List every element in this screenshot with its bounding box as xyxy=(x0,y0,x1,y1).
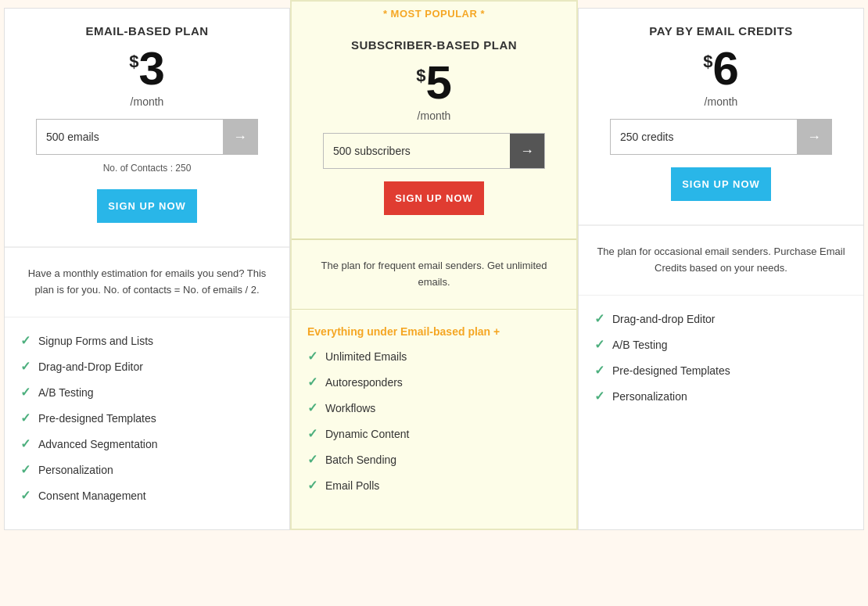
check-icon-email-based-1: ✓ xyxy=(20,359,30,374)
check-icon-subscriber-based-3: ✓ xyxy=(307,426,317,441)
feature-item-email-based-3: ✓ Pre-designed Templates xyxy=(20,411,274,425)
feature-item-subscriber-based-5: ✓ Email Polls xyxy=(307,478,561,493)
feature-label-email-based-0: Signup Forms and Lists xyxy=(38,335,153,347)
selector-input-subscriber-based[interactable] xyxy=(324,137,510,165)
plan-header-email-based: EMAIL-BASED PLAN $ 3 /month → No. of Con… xyxy=(5,9,289,247)
feature-label-pay-by-credits-2: Pre-designed Templates xyxy=(612,364,730,377)
feature-item-pay-by-credits-2: ✓ Pre-designed Templates xyxy=(594,363,848,378)
feature-item-subscriber-based-3: ✓ Dynamic Content xyxy=(307,426,561,441)
selector-arrow-pay-by-credits[interactable]: → xyxy=(797,120,831,154)
price-row-pay-by-credits: $ 6 xyxy=(594,45,848,92)
arrow-right-icon: → xyxy=(807,129,821,145)
check-icon-email-based-5: ✓ xyxy=(20,462,30,477)
plan-title-subscriber-based: SUBSCRIBER-BASED PLAN xyxy=(307,38,561,52)
features-section-subscriber-based: Everything under Email-based plan + ✓ Un… xyxy=(292,310,576,529)
feature-item-email-based-5: ✓ Personalization xyxy=(20,462,274,477)
feature-item-pay-by-credits-0: ✓ Drag-and-drop Editor xyxy=(594,311,848,326)
selector-row-subscriber-based[interactable]: → xyxy=(323,133,545,169)
arrow-right-icon: → xyxy=(233,129,247,145)
price-period-pay-by-credits: /month xyxy=(594,95,848,108)
check-icon-email-based-0: ✓ xyxy=(20,333,30,348)
check-icon-pay-by-credits-3: ✓ xyxy=(594,389,604,403)
price-dollar-pay-by-credits: $ xyxy=(703,52,712,72)
selector-arrow-email-based[interactable]: → xyxy=(223,120,257,154)
plan-card-email-based: EMAIL-BASED PLAN $ 3 /month → No. of Con… xyxy=(4,8,290,530)
check-icon-email-based-4: ✓ xyxy=(20,436,30,451)
check-icon-pay-by-credits-2: ✓ xyxy=(594,363,604,378)
price-row-email-based: $ 3 xyxy=(20,45,274,92)
price-amount-email-based: 3 xyxy=(138,45,164,92)
plan-title-pay-by-credits: PAY BY EMAIL CREDITS xyxy=(594,24,848,38)
plan-header-subscriber-based: SUBSCRIBER-BASED PLAN $ 5 /month → SIGN … xyxy=(292,23,576,239)
feature-label-pay-by-credits-3: Personalization xyxy=(612,390,687,403)
feature-item-subscriber-based-1: ✓ Autoresponders xyxy=(307,375,561,389)
arrow-right-icon: → xyxy=(520,143,534,160)
feature-item-email-based-0: ✓ Signup Forms and Lists xyxy=(20,333,274,348)
feature-label-subscriber-based-3: Dynamic Content xyxy=(325,428,409,440)
features-header-subscriber-based: Everything under Email-based plan + xyxy=(307,325,561,338)
price-period-subscriber-based: /month xyxy=(307,109,561,122)
feature-label-email-based-4: Advanced Segmentation xyxy=(38,438,158,450)
feature-label-subscriber-based-0: Unlimited Emails xyxy=(325,350,407,363)
plan-card-subscriber-based: * MOST POPULAR * SUBSCRIBER-BASED PLAN $… xyxy=(290,0,578,530)
feature-label-email-based-3: Pre-designed Templates xyxy=(38,412,156,425)
check-icon-subscriber-based-0: ✓ xyxy=(307,349,317,364)
plan-description-email-based: Have a monthly estimation for emails you… xyxy=(5,247,289,317)
feature-item-subscriber-based-2: ✓ Workflows xyxy=(307,400,561,415)
check-icon-subscriber-based-4: ✓ xyxy=(307,452,317,467)
contacts-info-email-based: No. of Contacts : 250 xyxy=(20,160,274,181)
feature-item-email-based-2: ✓ A/B Testing xyxy=(20,385,274,400)
feature-item-pay-by-credits-1: ✓ A/B Testing xyxy=(594,337,848,352)
selector-row-pay-by-credits[interactable]: → xyxy=(610,119,832,155)
check-icon-subscriber-based-2: ✓ xyxy=(307,400,317,415)
check-icon-subscriber-based-1: ✓ xyxy=(307,375,317,389)
plan-card-pay-by-credits: PAY BY EMAIL CREDITS $ 6 /month → SIGN U… xyxy=(578,8,864,530)
features-section-pay-by-credits: ✓ Drag-and-drop Editor ✓ A/B Testing ✓ P… xyxy=(579,296,863,529)
check-icon-email-based-6: ✓ xyxy=(20,488,30,503)
feature-label-subscriber-based-2: Workflows xyxy=(325,402,375,414)
price-amount-subscriber-based: 5 xyxy=(425,59,451,106)
signup-button-email-based[interactable]: SIGN UP NOW xyxy=(97,189,197,223)
check-icon-pay-by-credits-0: ✓ xyxy=(594,311,604,326)
check-icon-subscriber-based-5: ✓ xyxy=(307,478,317,493)
check-icon-email-based-2: ✓ xyxy=(20,385,30,400)
signup-button-subscriber-based[interactable]: SIGN UP NOW xyxy=(384,181,484,215)
plan-header-pay-by-credits: PAY BY EMAIL CREDITS $ 6 /month → SIGN U… xyxy=(579,9,863,225)
price-period-email-based: /month xyxy=(20,95,274,108)
price-dollar-subscriber-based: $ xyxy=(416,66,425,86)
pricing-container: EMAIL-BASED PLAN $ 3 /month → No. of Con… xyxy=(4,8,864,530)
feature-item-subscriber-based-4: ✓ Batch Sending xyxy=(307,452,561,467)
feature-label-subscriber-based-4: Batch Sending xyxy=(325,454,396,466)
feature-label-pay-by-credits-1: A/B Testing xyxy=(612,339,668,351)
plan-title-email-based: EMAIL-BASED PLAN xyxy=(20,24,274,38)
feature-label-email-based-1: Drag-and-Drop Editor xyxy=(38,360,143,373)
selector-row-email-based[interactable]: → xyxy=(36,119,258,155)
feature-label-subscriber-based-5: Email Polls xyxy=(325,479,379,492)
feature-item-email-based-4: ✓ Advanced Segmentation xyxy=(20,436,274,451)
selector-input-email-based[interactable] xyxy=(37,123,223,151)
price-row-subscriber-based: $ 5 xyxy=(307,59,561,106)
price-amount-pay-by-credits: 6 xyxy=(712,45,738,92)
feature-label-pay-by-credits-0: Drag-and-drop Editor xyxy=(612,313,716,325)
price-dollar-email-based: $ xyxy=(129,52,138,72)
plan-description-pay-by-credits: The plan for occasional email senders. P… xyxy=(579,225,863,296)
check-icon-email-based-3: ✓ xyxy=(20,411,30,425)
feature-label-subscriber-based-1: Autoresponders xyxy=(325,376,403,389)
feature-label-email-based-2: A/B Testing xyxy=(38,386,94,399)
most-popular-badge: * MOST POPULAR * xyxy=(292,2,576,23)
selector-input-pay-by-credits[interactable] xyxy=(611,123,797,151)
plan-description-subscriber-based: The plan for frequent email senders. Get… xyxy=(292,239,576,310)
feature-label-email-based-6: Consent Management xyxy=(38,489,146,502)
selector-arrow-subscriber-based[interactable]: → xyxy=(510,134,544,168)
signup-button-pay-by-credits[interactable]: SIGN UP NOW xyxy=(671,167,771,201)
feature-item-pay-by-credits-3: ✓ Personalization xyxy=(594,389,848,403)
feature-item-email-based-1: ✓ Drag-and-Drop Editor xyxy=(20,359,274,374)
feature-label-email-based-5: Personalization xyxy=(38,464,113,476)
feature-item-subscriber-based-0: ✓ Unlimited Emails xyxy=(307,349,561,364)
check-icon-pay-by-credits-1: ✓ xyxy=(594,337,604,352)
features-section-email-based: ✓ Signup Forms and Lists ✓ Drag-and-Drop… xyxy=(5,317,289,529)
feature-item-email-based-6: ✓ Consent Management xyxy=(20,488,274,503)
